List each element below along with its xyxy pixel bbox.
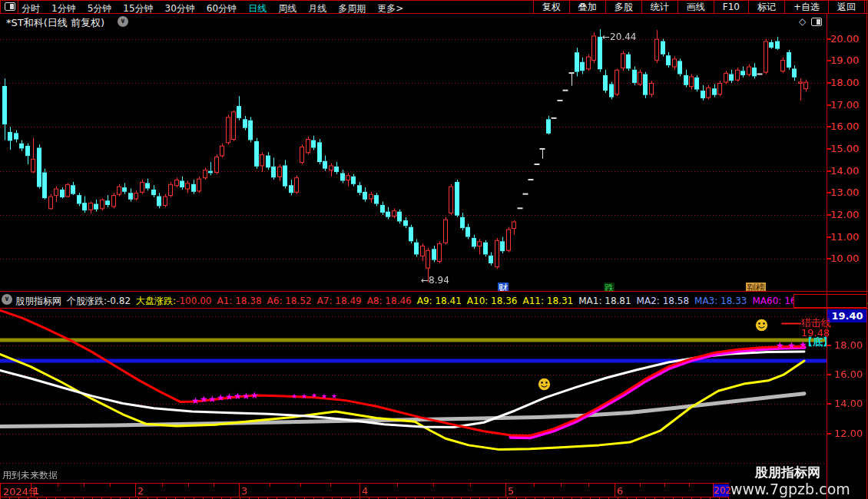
week-tick xyxy=(561,484,562,487)
month-divider xyxy=(615,484,615,497)
tool-item-0[interactable]: 复权 xyxy=(533,1,569,14)
watermark-brand: 股朋指标网 xyxy=(755,464,820,481)
month-divider xyxy=(505,484,506,497)
week-tick xyxy=(588,484,589,487)
candlestick-chart[interactable] xyxy=(0,29,827,291)
indicator-item: A10: 18.36 xyxy=(467,296,518,306)
price-label: 19.00 xyxy=(830,55,866,66)
split-view-icon[interactable] xyxy=(811,18,822,26)
indicator-item: A8: 18.46 xyxy=(367,296,412,306)
indicator-item: -100.00 xyxy=(176,296,211,306)
week-tick xyxy=(58,484,58,487)
week-tick xyxy=(188,484,189,487)
price-label: 13.00 xyxy=(830,187,866,198)
indicator-item: A7: 18.49 xyxy=(317,296,362,306)
tool-item-4[interactable]: 画线 xyxy=(678,1,714,14)
chevron-down-icon[interactable] xyxy=(118,16,128,27)
indicator-value-label: 12.00 xyxy=(834,428,868,439)
month-label: 1 xyxy=(33,485,39,497)
menu-item-2[interactable]: 5分钟 xyxy=(88,3,112,14)
menu-item-6[interactable]: 日线 xyxy=(248,3,267,14)
watermark-url: www.7gpzb.com xyxy=(731,481,850,497)
menu-item-0[interactable]: 分时 xyxy=(22,3,40,14)
collapse-icon[interactable] xyxy=(2,294,12,305)
week-tick xyxy=(640,484,641,487)
indicator-value-label: 14.00 xyxy=(834,398,868,409)
indicator-name-box[interactable] xyxy=(793,294,867,308)
month-label: 5 xyxy=(508,485,514,497)
week-tick xyxy=(534,484,535,487)
menu-item-8[interactable]: 月线 xyxy=(308,3,326,14)
week-tick xyxy=(397,484,398,487)
tool-item-8[interactable]: 返回 xyxy=(828,1,865,14)
week-tick xyxy=(689,484,690,487)
diamond-icon[interactable]: ◇ xyxy=(799,16,806,27)
week-tick xyxy=(214,484,214,487)
tools-menu: 复权叠加多股统计画线F10标记+自选返回 xyxy=(533,1,865,14)
indicator-item: A6: 18.52 xyxy=(267,296,312,306)
smiley-icon xyxy=(755,319,768,332)
tool-item-3[interactable]: 统计 xyxy=(641,1,678,14)
indicator-value-label: 16.00 xyxy=(834,368,868,380)
price-label: 17.00 xyxy=(830,99,866,111)
price-label: 18.00 xyxy=(830,77,866,88)
right-axis-line xyxy=(827,14,827,499)
week-tick xyxy=(433,484,434,487)
week-tick xyxy=(162,484,163,487)
price-label: 11.00 xyxy=(830,231,866,243)
week-tick xyxy=(270,484,270,487)
indicator-values: 股朋指标网个股涨跌:-0.82大盘涨跌:-100.00A1: 18.38A6: … xyxy=(15,292,868,308)
tool-item-7[interactable]: +自选 xyxy=(784,1,828,14)
menu-item-1[interactable]: 1分钟 xyxy=(51,3,76,14)
price-label: 20.00 xyxy=(830,33,866,45)
price-label: 14.00 xyxy=(830,165,866,177)
tool-item-2[interactable]: 多股 xyxy=(605,1,641,14)
week-tick xyxy=(110,484,111,487)
current-value-badge: 19.40 xyxy=(827,309,867,322)
menu-item-10[interactable]: 更多> xyxy=(377,3,403,14)
price-label: 10.00 xyxy=(830,253,866,264)
frame-right-edge xyxy=(866,0,867,499)
price-label: 15.00 xyxy=(830,143,866,154)
week-tick xyxy=(470,484,471,487)
title-bar: *ST和科(日线 前复权) ◇ xyxy=(0,14,868,29)
month-divider xyxy=(713,484,714,497)
future-data-note: 用到未来数据 xyxy=(2,469,58,482)
window-split-icon[interactable] xyxy=(5,2,15,11)
indicator-item: MA2: 18.58 xyxy=(637,296,689,306)
indicator-item: A11: 18.31 xyxy=(522,296,573,306)
menu-item-9[interactable]: 多周期 xyxy=(338,3,366,14)
menu-item-7[interactable]: 周线 xyxy=(278,3,297,14)
menu-item-3[interactable]: 15分钟 xyxy=(123,3,153,14)
tool-item-6[interactable]: 标记 xyxy=(748,1,784,14)
month-divider xyxy=(359,484,360,497)
menu-item-4[interactable]: 30分钟 xyxy=(165,3,195,14)
month-label: 3 xyxy=(241,485,247,497)
period-menu: 分时1分钟5分钟15分钟30分钟60分钟日线周线月线多周期更多> xyxy=(22,1,415,14)
indicator-value-label: 18.00 xyxy=(834,339,868,351)
stock-title: *ST和科(日线 前复权) xyxy=(6,16,104,30)
menu-bar: 分时1分钟5分钟15分钟30分钟60分钟日线周线月线多周期更多> 复权叠加多股统… xyxy=(0,0,868,14)
week-tick xyxy=(330,484,331,487)
month-label: 4 xyxy=(362,485,368,497)
price-label: 12.00 xyxy=(830,209,866,220)
price-label: 16.00 xyxy=(830,121,866,132)
month-divider xyxy=(135,484,136,497)
menu-item-5[interactable]: 60分钟 xyxy=(207,3,237,14)
month-divider xyxy=(31,484,31,497)
smiley-icon xyxy=(538,378,551,391)
week-tick xyxy=(664,484,665,487)
tool-item-5[interactable]: F10 xyxy=(714,1,748,14)
date-axis[interactable]: 2024年 202 123456 xyxy=(0,483,729,497)
indicator-chart[interactable] xyxy=(0,309,827,482)
tool-item-1[interactable]: 叠加 xyxy=(569,1,605,14)
month-label: 2 xyxy=(137,485,144,497)
indicator-item: 大盘涨跌: xyxy=(136,296,176,306)
week-tick xyxy=(84,484,84,487)
indicator-item: A9: 18.41 xyxy=(417,296,462,306)
indicator-header[interactable]: 股朋指标网个股涨跌:-0.82大盘涨跌:-100.00A1: 18.38A6: … xyxy=(0,291,868,309)
indicator-item: MA1: 18.81 xyxy=(578,296,631,306)
indicator-item: A1: 18.38 xyxy=(217,296,261,306)
menu-divider xyxy=(18,1,18,14)
month-label: 6 xyxy=(617,485,623,497)
